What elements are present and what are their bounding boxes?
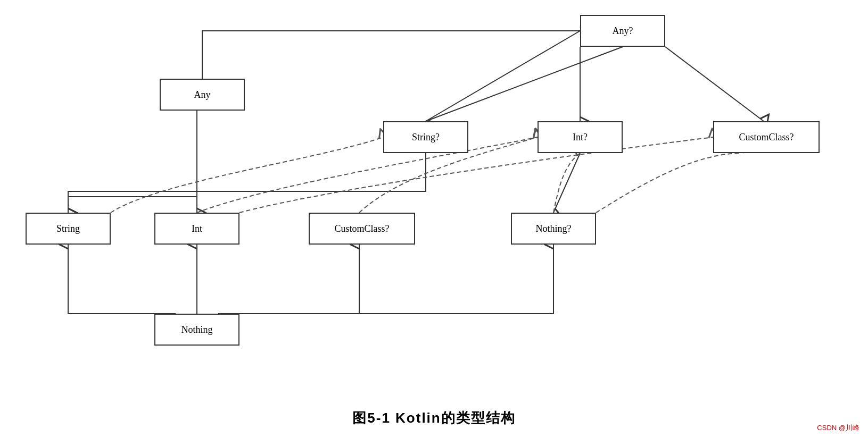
svg-line-4 — [553, 153, 580, 213]
node-stringQ: String? — [383, 121, 468, 153]
node-customClassQ-bot: CustomClass? — [309, 213, 415, 245]
watermark: CSDN @川峰 — [817, 423, 859, 433]
node-customClassQ-top: CustomClass? — [713, 121, 820, 153]
node-string: String — [26, 213, 111, 245]
node-int: Int — [154, 213, 239, 245]
svg-line-1 — [426, 47, 623, 121]
node-nothing: Nothing — [154, 314, 239, 346]
svg-line-0 — [426, 31, 580, 121]
diagram-container: Any? Any String? Int? CustomClass? Strin… — [0, 0, 868, 437]
node-nothingQ: Nothing? — [511, 213, 596, 245]
diagram-caption: 图5-1 Kotlin的类型结构 — [0, 409, 868, 427]
node-any: Any — [160, 79, 245, 111]
node-intQ: Int? — [538, 121, 623, 153]
node-anyQ: Any? — [580, 15, 665, 47]
